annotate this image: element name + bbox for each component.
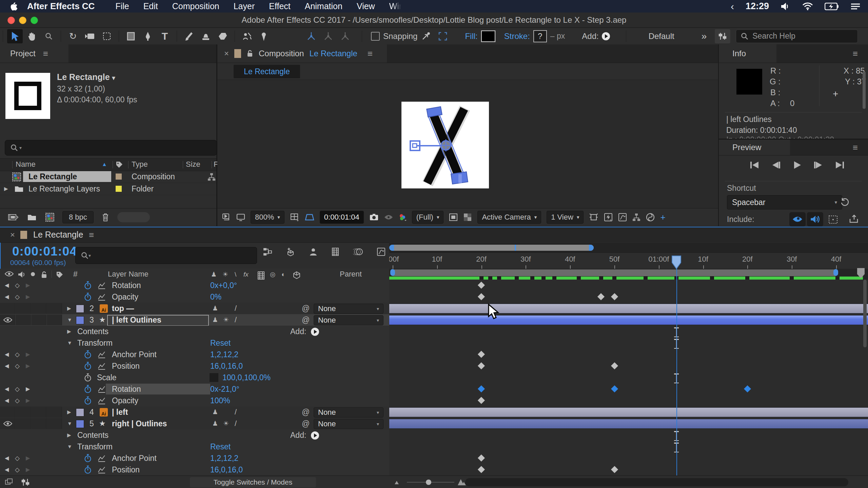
timeline-panel-menu-icon[interactable]: ≡ [89,230,94,240]
twirl-icon[interactable]: ▶ [67,406,71,418]
pan-behind-tool[interactable] [99,29,115,43]
composition-panel-menu-icon[interactable]: ≡ [368,48,373,59]
camera-select[interactable]: Active Camera▾ [477,211,541,224]
property-value[interactable]: 0x-21,0° [210,383,239,395]
fill-label[interactable]: Fill: [465,32,477,41]
view-axis-mode[interactable] [337,29,353,43]
menu-item-composition[interactable]: Composition [172,1,219,11]
property-row-rotation[interactable]: ◀◇▶Rotation0x+0,0° [0,280,389,291]
property-label[interactable]: Scale [97,372,117,383]
snapping-options[interactable] [418,29,434,43]
parent-select[interactable]: None▾ [314,407,383,418]
window-title-bar[interactable]: Adobe After Effects CC 2017 - /Users/smo… [0,13,868,28]
current-timecode[interactable]: 0:00:01:04 [12,244,77,259]
label-color-swatch[interactable] [116,186,122,192]
zoom-out-icon[interactable] [394,479,401,485]
add-keyframe-icon[interactable]: ◇ [15,360,20,372]
group-label[interactable]: Transform [77,441,113,452]
chevron-left-icon[interactable]: ‹ [731,1,734,12]
layer-color-swatch[interactable] [76,316,84,324]
sort-ascending-icon[interactable]: ▲ [102,161,107,167]
include-audio-toggle[interactable] [807,212,823,226]
timeline-track-row[interactable] [389,464,868,475]
stopwatch-icon[interactable] [84,350,92,359]
fast-previews-icon[interactable] [604,213,613,222]
view-layout-select[interactable]: 1 View▾ [547,211,584,224]
go-to-end-button[interactable] [835,161,845,169]
take-snapshot-icon[interactable] [369,213,379,221]
graph-icon[interactable] [98,454,106,462]
parent-pickwhip-icon[interactable]: @ [302,406,310,418]
layer-row-2[interactable]: ▶2Aitop —♟/@None▾ [0,303,389,314]
video-column-icon[interactable] [5,271,14,277]
info-tab[interactable]: Info [719,44,776,63]
next-keyframe-icon[interactable]: ▶ [26,349,30,360]
volume-icon[interactable] [781,2,791,11]
property-label[interactable]: Position [112,360,140,372]
keyframe-diamond[interactable] [478,293,485,300]
timeline-track-row[interactable] [389,406,868,418]
include-overlays-toggle[interactable] [828,215,838,224]
hand-tool[interactable] [24,29,40,43]
include-video-toggle[interactable] [789,212,806,226]
menu-item-animation[interactable]: Animation [305,1,342,11]
timeline-track-row[interactable] [389,418,868,430]
property-row-anchor-point[interactable]: ◀◇▶Anchor Point1,2,12,2 [0,452,389,464]
group-row-transform[interactable]: ▼TransformReset [0,441,389,453]
property-value[interactable]: 100,0,100,0% [222,372,271,383]
primary-viewer-icon[interactable] [236,213,245,221]
graph-icon[interactable] [98,466,106,473]
property-label[interactable]: Anchor Point [112,452,157,464]
property-label[interactable]: Anchor Point [112,349,157,360]
lock-icon[interactable] [246,49,253,58]
layer-row-3[interactable]: ▼3★| left Outlines♟☀/@None▾ [0,314,389,326]
flowchart-icon[interactable] [208,173,216,181]
prev-keyframe-icon[interactable]: ◀ [5,395,9,406]
fx-switch-icon[interactable]: fx [243,269,249,280]
timeline-track-row[interactable] [389,372,868,384]
pen-tool[interactable] [140,29,156,43]
keyframe-diamond[interactable] [478,397,485,404]
quality-switch-icon[interactable]: \ [235,269,236,280]
toggle-switches-modes-button[interactable]: Toggle Switches / Modes [190,477,316,487]
bit-depth-button[interactable]: 8 bpc [62,211,94,223]
adjustment-switch-icon[interactable]: ◐ [281,269,285,280]
add-keyframe-icon[interactable]: ◇ [15,383,20,395]
prev-keyframe-icon[interactable]: ◀ [5,280,9,291]
fill-color-swatch[interactable] [481,30,495,42]
snapping-checkbox[interactable] [371,32,380,41]
keyframe-diamond[interactable] [478,466,485,473]
workspace-overflow[interactable]: » [702,31,707,42]
next-keyframe-icon[interactable]: ▶ [26,383,30,395]
add-property-icon[interactable] [311,327,319,336]
prev-keyframe-icon[interactable]: ◀ [5,291,9,303]
next-keyframe-icon[interactable]: ▶ [26,280,30,291]
next-keyframe-icon[interactable]: ▶ [26,291,30,303]
twirl-icon[interactable]: ▶ [67,326,71,337]
timeline-track-row[interactable] [389,303,868,314]
comp-flowchart-icon[interactable] [632,213,640,221]
keyframe-diamond[interactable] [478,362,485,369]
timeline-track-row[interactable] [389,452,868,464]
stroke-width-value[interactable]: – px [550,32,565,41]
layer-duration-bar[interactable] [389,407,868,417]
grid-guides-icon[interactable] [290,213,299,222]
type-tool[interactable]: T [157,29,173,43]
layer-name[interactable]: | left Outlines [112,314,161,326]
work-area-bar[interactable] [390,269,838,277]
timeline-zoom-knob[interactable] [426,480,431,485]
next-keyframe-icon[interactable]: ▶ [26,395,30,406]
selection-tool[interactable] [7,29,23,43]
project-column-size[interactable]: Size [186,160,200,169]
property-row-opacity[interactable]: ◀◇▶Opacity0% [0,291,389,303]
group-row-contents[interactable]: ▶ContentsAdd: [0,326,389,338]
timeline-track-row[interactable] [389,441,868,453]
property-label[interactable]: Opacity [112,395,138,406]
property-row-opacity[interactable]: ◀◇▶Opacity100% [0,395,389,407]
add-keyframe-icon[interactable]: ◇ [15,349,20,360]
group-row-contents[interactable]: ▶ContentsAdd: [0,429,389,441]
project-row-2[interactable]: ▶ Le Rectangle LayersFolder [0,183,216,195]
graph-icon[interactable] [98,351,106,358]
timeline-vertical-thumb[interactable] [856,267,866,279]
timeline-button-icon[interactable] [618,213,627,222]
